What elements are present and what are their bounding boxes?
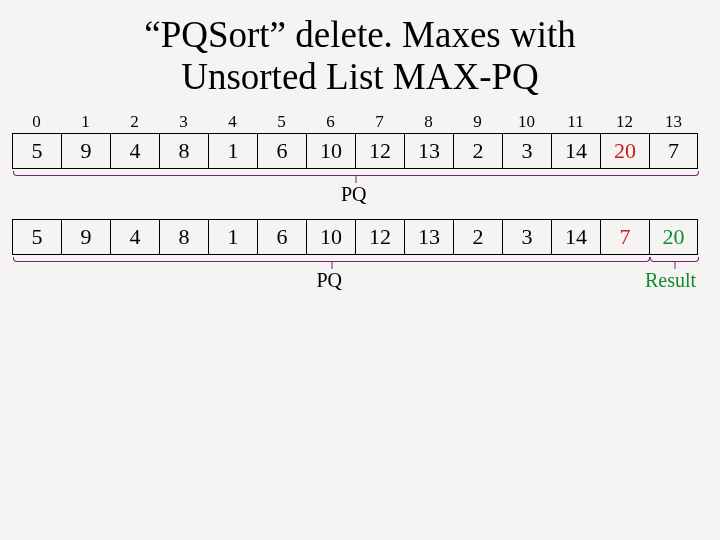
array-row-2: 5948161012132314720: [12, 219, 698, 255]
array-cell: 13: [404, 133, 453, 169]
title-line-1: “PQSort” delete. Maxes with: [144, 14, 576, 55]
title-line-2: Unsorted List MAX-PQ: [181, 56, 539, 97]
array-cell: 1: [208, 133, 257, 169]
index-cell: 2: [110, 111, 159, 133]
slide: “PQSort” delete. Maxes with Unsorted Lis…: [0, 0, 720, 540]
slide-title: “PQSort” delete. Maxes with Unsorted Lis…: [0, 14, 720, 98]
index-cell: 3: [159, 111, 208, 133]
array-cell: 10: [306, 133, 355, 169]
array-cell: 20: [600, 133, 649, 169]
array-cell: 13: [404, 219, 453, 255]
index-row: 012345678910111213: [12, 111, 698, 133]
array-cell: 8: [159, 133, 208, 169]
array-cell: 9: [61, 219, 110, 255]
array-cell: 6: [257, 133, 306, 169]
array-cell: 8: [159, 219, 208, 255]
pq-bracket-1: [13, 171, 699, 176]
index-cell: 0: [12, 111, 61, 133]
array-cell: 3: [502, 219, 551, 255]
index-cell: 11: [551, 111, 600, 133]
array-cell: 2: [453, 133, 502, 169]
array-cell: 14: [551, 133, 600, 169]
array-cell: 5: [12, 133, 61, 169]
pq-label-1: PQ: [341, 183, 367, 206]
index-cell: 10: [502, 111, 551, 133]
array-cell: 1: [208, 219, 257, 255]
array-row-1: 5948161012132314207: [12, 133, 698, 169]
index-cell: 9: [453, 111, 502, 133]
array-cell: 5: [12, 219, 61, 255]
array-cell: 14: [551, 219, 600, 255]
array-cell: 12: [355, 133, 404, 169]
array-cell: 20: [649, 219, 698, 255]
index-cell: 13: [649, 111, 698, 133]
result-label: Result: [645, 269, 696, 292]
index-cell: 4: [208, 111, 257, 133]
array-cell: 9: [61, 133, 110, 169]
array-cell: 7: [600, 219, 649, 255]
index-cell: 1: [61, 111, 110, 133]
array-cell: 7: [649, 133, 698, 169]
array-cell: 3: [502, 133, 551, 169]
index-cell: 6: [306, 111, 355, 133]
array-cell: 12: [355, 219, 404, 255]
index-cell: 7: [355, 111, 404, 133]
array-cell: 10: [306, 219, 355, 255]
index-cell: 5: [257, 111, 306, 133]
array-cell: 6: [257, 219, 306, 255]
array-cell: 4: [110, 219, 159, 255]
pq-bracket-2: [13, 257, 650, 262]
array-cell: 4: [110, 133, 159, 169]
index-cell: 8: [404, 111, 453, 133]
result-bracket: [650, 257, 699, 262]
array-cell: 2: [453, 219, 502, 255]
index-cell: 12: [600, 111, 649, 133]
pq-label-2: PQ: [317, 269, 343, 292]
